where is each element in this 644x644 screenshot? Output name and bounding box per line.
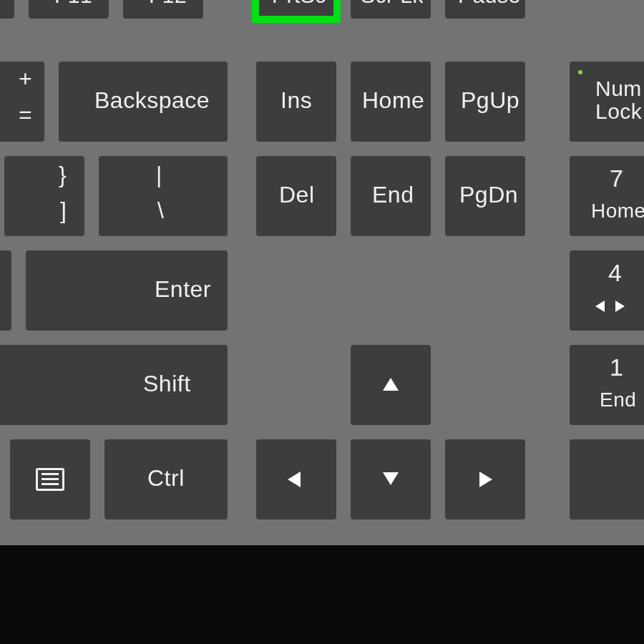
key-label: Enter: [155, 278, 211, 302]
key-f12[interactable]: F12: [123, 0, 203, 19]
key-label: End: [372, 183, 414, 208]
arrow-left-icon: [288, 472, 301, 487]
key-rbracket[interactable]: } ]: [4, 156, 84, 236]
key-arrow-left[interactable]: [256, 439, 336, 519]
numlock-led-icon: [578, 70, 582, 74]
key-end[interactable]: End: [351, 156, 431, 236]
key-f11[interactable]: F11: [29, 0, 109, 19]
key-enter[interactable]: Enter: [26, 250, 228, 331]
key-numlock[interactable]: Num Lock: [570, 62, 644, 142]
key-ctrl[interactable]: Ctrl: [104, 439, 228, 519]
arrow-down-icon: [383, 472, 399, 485]
key-quote[interactable]: ': [0, 250, 11, 331]
key-label: 7: [610, 166, 623, 192]
key-label: Ctrl: [147, 467, 185, 491]
triangle-left-icon: [595, 301, 605, 312]
menu-icon: [36, 468, 64, 491]
key-pause[interactable]: Pause: [445, 0, 525, 19]
key-label: 4: [608, 260, 622, 286]
key-label: Ins: [280, 89, 312, 113]
keyboard-image: { "colors":{"key":"#3d3d3d","bg":"#73737…: [0, 0, 644, 644]
key-arrow-down[interactable]: [351, 439, 431, 519]
arrow-up-icon: [383, 378, 399, 391]
key-label: PrtSc: [272, 0, 326, 7]
key-label-lower: ]: [60, 199, 67, 223]
key-arrow-right[interactable]: [445, 439, 525, 519]
key-f10[interactable]: 0: [0, 0, 14, 19]
key-label: Scr Lk: [361, 0, 424, 7]
key-delete[interactable]: Del: [256, 156, 336, 236]
key-label: Del: [279, 183, 315, 208]
key-label-upper: |: [156, 163, 162, 187]
key-num4[interactable]: 4: [570, 250, 644, 331]
key-label: Pause: [458, 0, 521, 7]
key-label: F11: [54, 0, 92, 7]
key-sublabel: Home: [591, 200, 644, 221]
key-shift[interactable]: Shift: [0, 345, 228, 425]
key-pgup[interactable]: PgUp: [445, 62, 525, 142]
key-label-lower: =: [19, 103, 32, 127]
key-label: 1: [610, 355, 623, 381]
key-label-upper: +: [19, 67, 32, 92]
key-insert[interactable]: Ins: [256, 62, 336, 142]
key-num1[interactable]: 1 End: [570, 345, 644, 425]
key-label: Shift: [143, 372, 191, 396]
key-label: PgUp: [461, 89, 519, 113]
key-label: Home: [362, 89, 424, 113]
key-label: Num Lock: [595, 77, 642, 122]
key-pgdn[interactable]: PgDn: [445, 156, 525, 236]
arrow-right-icon: [479, 472, 492, 487]
key-home[interactable]: Home: [351, 62, 431, 142]
key-label-lower: \: [157, 199, 164, 223]
key-num0[interactable]: [570, 439, 644, 519]
key-sublabel: End: [600, 389, 636, 410]
key-prtsc[interactable]: PrtSc: [256, 0, 336, 19]
key-scrlk[interactable]: Scr Lk: [351, 0, 431, 19]
key-label: PgDn: [459, 183, 518, 208]
key-label: Backspace: [94, 89, 210, 113]
key-backspace[interactable]: Backspace: [59, 62, 228, 142]
key-label: F12: [149, 0, 187, 7]
key-backslash[interactable]: | \: [99, 156, 228, 236]
letterbox-bottom: [0, 545, 644, 644]
key-menu[interactable]: [10, 439, 90, 519]
key-equals[interactable]: + =: [0, 62, 44, 142]
triangle-right-icon: [615, 301, 625, 312]
key-num7[interactable]: 7 Home: [570, 156, 644, 236]
key-arrow-up[interactable]: [351, 345, 431, 425]
key-label-upper: }: [59, 163, 67, 187]
